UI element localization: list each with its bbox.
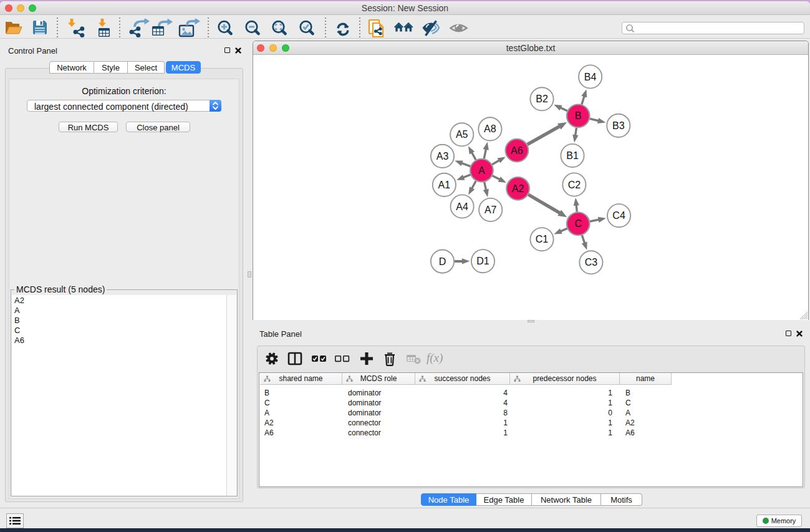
svg-text:C3: C3 xyxy=(585,257,598,268)
svg-text:B: B xyxy=(575,110,582,121)
svg-text:C1: C1 xyxy=(536,234,549,244)
svg-text:A2: A2 xyxy=(512,183,524,194)
svg-text:A1: A1 xyxy=(438,180,451,190)
svg-text:D1: D1 xyxy=(476,256,489,266)
svg-text:D: D xyxy=(439,256,446,267)
svg-text:A8: A8 xyxy=(484,123,496,134)
svg-text:B2: B2 xyxy=(536,94,548,104)
svg-text:C: C xyxy=(574,218,582,229)
svg-text:B4: B4 xyxy=(584,72,597,82)
svg-text:A4: A4 xyxy=(456,201,468,212)
svg-text:C2: C2 xyxy=(568,180,581,190)
svg-text:A7: A7 xyxy=(485,205,497,215)
svg-text:A: A xyxy=(478,165,485,176)
svg-text:B3: B3 xyxy=(612,120,625,131)
svg-text:A3: A3 xyxy=(436,151,449,162)
svg-text:A5: A5 xyxy=(456,129,468,140)
svg-text:C4: C4 xyxy=(612,210,625,221)
svg-text:A6: A6 xyxy=(511,145,523,156)
svg-text:B1: B1 xyxy=(566,150,579,161)
